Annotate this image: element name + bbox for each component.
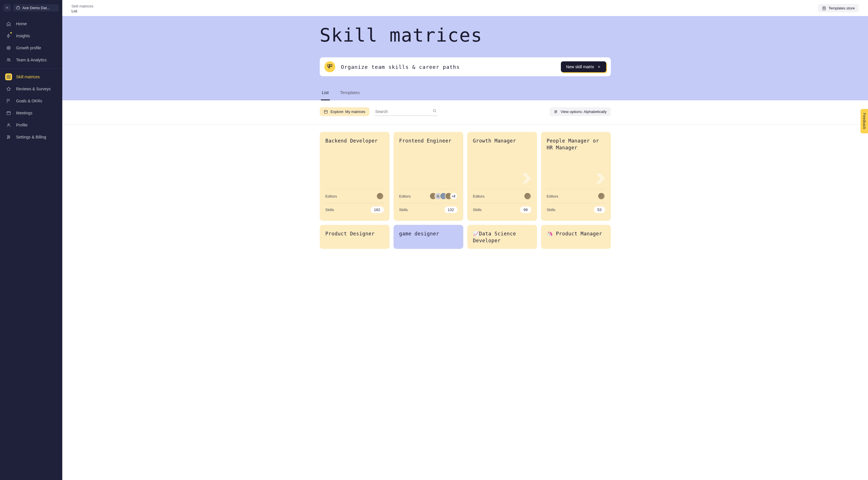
- search-input[interactable]: [375, 107, 438, 116]
- view-options-label: View options: Alphabetically: [561, 109, 607, 114]
- matrix-card[interactable]: game designer: [394, 225, 463, 249]
- svg-rect-0: [17, 7, 20, 9]
- templates-store-button[interactable]: Templates store: [818, 4, 859, 12]
- sidebar-item-meetings[interactable]: Meetings: [0, 107, 62, 119]
- nav-label: Growth profile: [16, 45, 41, 50]
- editor-avatar: [376, 193, 384, 200]
- nav-label: Skill matrices: [16, 74, 40, 79]
- target-icon: [5, 44, 12, 51]
- editor-avatar-stack: JL+2: [429, 193, 458, 200]
- star-icon: [5, 85, 12, 92]
- editor-avatar: [524, 193, 531, 200]
- editors-label: Editors: [547, 194, 558, 198]
- new-skill-matrix-button[interactable]: New skill matrix: [561, 61, 606, 72]
- matrix-card-title: Backend Developer: [326, 138, 384, 151]
- card-decoration: ››: [528, 164, 532, 189]
- nav-label: Insights: [16, 34, 30, 38]
- matrix-card-title: Product Designer: [326, 231, 384, 244]
- breadcrumb-section[interactable]: Skill matrices: [71, 4, 94, 8]
- nav-label: Reviews & Surveys: [16, 87, 51, 91]
- svg-rect-15: [328, 65, 330, 67]
- grid-icon: [5, 73, 12, 80]
- matrix-card-title: People Manager or HR Manager: [547, 138, 605, 151]
- nav-label: Meetings: [16, 111, 32, 115]
- tab-templates[interactable]: Templates: [339, 87, 361, 100]
- svg-point-12: [8, 136, 9, 136]
- svg-point-13: [9, 137, 10, 138]
- editor-avatar: [598, 193, 605, 200]
- briefcase-icon: [16, 6, 20, 10]
- nav-label: Settings & Billing: [16, 135, 46, 139]
- layout-icon: [324, 110, 328, 114]
- svg-point-20: [555, 111, 556, 112]
- svg-point-11: [8, 124, 9, 125]
- nav-label: Profile: [16, 123, 28, 127]
- calendar-icon: [5, 109, 12, 116]
- svg-rect-6: [7, 75, 8, 76]
- svg-point-5: [9, 59, 10, 60]
- matrix-card[interactable]: Growth Manager ›› Editors Skills 99: [467, 132, 537, 221]
- sidebar-item-home[interactable]: Home: [0, 18, 62, 30]
- editor-overflow-count: +2: [450, 193, 458, 200]
- skills-count: 132: [444, 206, 458, 213]
- home-icon: [5, 20, 12, 27]
- matrix-card[interactable]: Frontend Engineer Editors JL+2 Skills 13…: [394, 132, 463, 221]
- editors-label: Editors: [326, 194, 337, 198]
- main-content: Skill matrices List Templates store Skil…: [62, 0, 868, 480]
- editor-avatar-stack: [376, 193, 384, 200]
- sidebar-item-growth-profile[interactable]: Growth profile: [0, 42, 62, 54]
- skills-label: Skills: [473, 208, 482, 212]
- nav-label: Home: [16, 22, 27, 26]
- matrix-card[interactable]: 🦄 Product Manager: [541, 225, 611, 249]
- view-options-button[interactable]: View options: Alphabetically: [550, 107, 611, 116]
- feedback-tab[interactable]: Feedback: [861, 109, 868, 133]
- organize-text: Organize team skills & career paths: [341, 64, 460, 70]
- editor-avatar-stack: [598, 193, 605, 200]
- matrix-card-title: Frontend Engineer: [399, 138, 458, 151]
- matrix-hero-icon: [324, 61, 335, 72]
- organize-bar: Organize team skills & career paths New …: [320, 57, 611, 76]
- matrix-card-title: Growth Manager: [473, 138, 531, 151]
- card-decoration: ››: [602, 164, 606, 189]
- breadcrumb: Skill matrices List: [71, 4, 94, 13]
- page-title: Skill matrices: [320, 25, 611, 46]
- nav-label: Goals & OKRs: [16, 99, 42, 103]
- sidebar-item-profile[interactable]: Profile: [0, 119, 62, 131]
- user-icon: [5, 122, 12, 129]
- svg-point-2: [8, 47, 10, 49]
- svg-rect-16: [330, 65, 332, 67]
- tab-list[interactable]: List: [321, 87, 330, 100]
- svg-point-14: [7, 138, 8, 139]
- workspace-name: Ace Demo Dat...: [22, 6, 50, 10]
- workspace-selector[interactable]: Ace Demo Dat...: [13, 4, 59, 11]
- svg-point-19: [556, 110, 557, 111]
- sliders-icon: [554, 110, 558, 114]
- editors-label: Editors: [399, 194, 411, 198]
- sidebar-item-settings-billing[interactable]: Settings & Billing: [0, 131, 62, 143]
- matrix-card[interactable]: 📈Data Science Developer: [467, 225, 537, 249]
- matrix-card[interactable]: People Manager or HR Manager ›› Editors …: [541, 132, 611, 221]
- skills-count: 99: [520, 206, 531, 213]
- plus-icon: [597, 65, 601, 69]
- svg-point-4: [7, 59, 8, 60]
- skills-label: Skills: [399, 208, 408, 212]
- sidebar-item-skill-matrices[interactable]: Skill matrices: [0, 71, 62, 83]
- collapse-sidebar-button[interactable]: [3, 4, 11, 11]
- breadcrumb-page: List: [71, 9, 94, 13]
- sidebar: Ace Demo Dat... Home Insights Growth pro…: [0, 0, 62, 480]
- new-matrix-label: New skill matrix: [566, 65, 594, 69]
- svg-rect-9: [9, 77, 10, 78]
- matrix-card[interactable]: Product Designer: [320, 225, 390, 249]
- flag-icon: [5, 98, 12, 104]
- explore-filter[interactable]: Explore: My matrices: [320, 107, 369, 116]
- matrix-card[interactable]: Backend Developer Editors Skills 182: [320, 132, 390, 221]
- matrix-card-title: 📈Data Science Developer: [473, 231, 531, 244]
- editors-label: Editors: [473, 194, 485, 198]
- sidebar-item-reviews-surveys[interactable]: Reviews & Surveys: [0, 83, 62, 95]
- chevrons-left-icon: [5, 6, 9, 10]
- nav-label: Team & Analytics: [16, 58, 47, 62]
- sidebar-item-insights[interactable]: Insights: [0, 30, 62, 42]
- sidebar-item-team-analytics[interactable]: Team & Analytics: [0, 54, 62, 66]
- sidebar-item-goals-okrs[interactable]: Goals & OKRs: [0, 95, 62, 107]
- sliders-icon: [5, 134, 12, 140]
